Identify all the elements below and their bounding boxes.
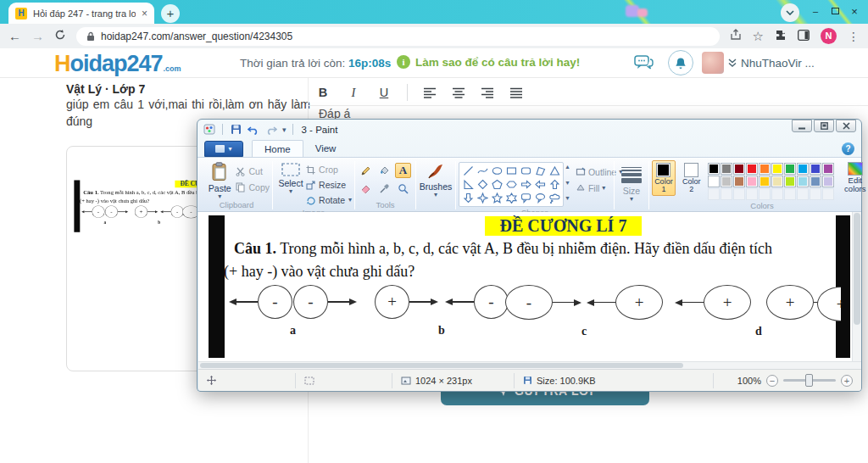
palette-swatch[interactable] [797,163,809,175]
redo-icon[interactable] [264,123,278,136]
align-justify-icon[interactable] [509,87,523,98]
shapes-expand[interactable]: ▼ [565,195,570,201]
palette-swatch[interactable] [759,176,771,187]
user-menu[interactable]: NhuThaoVir ... [702,52,815,74]
palette-empty-slot[interactable] [733,188,745,200]
palette-swatch[interactable] [771,176,783,187]
palette-swatch[interactable] [708,163,720,175]
bold-button[interactable]: B [315,86,331,99]
refresh-icon[interactable] [54,29,66,43]
palette-swatch[interactable] [733,176,745,187]
palette-swatch[interactable] [721,176,732,187]
messages-icon[interactable] [634,54,654,75]
palette-swatch[interactable] [708,176,720,187]
shape-rounded-callout-icon[interactable] [519,192,532,204]
palette-swatch[interactable] [759,163,771,175]
palette-empty-slot[interactable] [708,188,720,200]
shape-four-point-star-icon[interactable] [476,192,489,204]
zoom-in-button[interactable]: + [841,375,853,387]
shape-up-arrow-icon[interactable] [548,178,561,191]
color-picker-tool[interactable] [376,181,392,196]
window-close-button[interactable]: × [846,5,863,19]
shape-diamond-icon[interactable] [476,178,489,191]
text-tool[interactable]: A [395,163,411,178]
palette-empty-slot[interactable] [797,188,809,200]
scrollbar-thumb[interactable] [200,363,683,368]
palette-empty-slot[interactable] [721,188,732,200]
eraser-tool[interactable] [358,181,374,196]
palette-swatch[interactable] [784,163,796,175]
palette-swatch[interactable] [797,176,809,187]
fill-tool[interactable] [376,163,392,178]
color2-button[interactable]: Color 2 [680,160,704,196]
palette-empty-slot[interactable] [771,188,783,200]
back-icon[interactable]: ← [8,29,21,43]
zoom-slider[interactable] [783,379,836,382]
question-subject[interactable]: Vật Lý · Lớp 7 [66,82,145,96]
new-tab-button[interactable]: + [161,4,180,23]
bookmark-star-icon[interactable]: ☆ [753,29,764,44]
browser-menu-icon[interactable]: ⋮ [848,30,860,43]
shape-cloud-callout-icon[interactable] [548,192,561,204]
help-button[interactable]: ? [842,142,854,155]
shape-polygon-icon[interactable] [533,165,547,177]
copy-button[interactable]: Copy [236,181,270,194]
shape-rectangle-icon[interactable] [504,165,518,177]
palette-swatch[interactable] [822,163,834,175]
shapes-scroll-down[interactable]: ▼ [565,180,570,186]
paint-maximize-button[interactable] [814,120,834,132]
palette-empty-slot[interactable] [759,188,771,200]
tab-home[interactable]: Home [252,140,303,157]
undo-icon[interactable] [247,123,260,136]
vertical-scrollbar[interactable] [852,212,861,361]
paint-canvas[interactable]: ĐỀ CƯƠNG LÍ 7 Câu 1. Trong mỗi hình a, b… [198,212,861,361]
palette-swatch[interactable] [810,163,821,175]
zoom-out-button[interactable]: − [766,375,778,387]
tab-view[interactable]: View [303,140,348,157]
magnifier-tool[interactable] [395,181,411,196]
side-panel-icon[interactable] [798,29,810,44]
palette-empty-slot[interactable] [784,188,796,200]
zoom-slider-thumb[interactable] [805,374,813,387]
palette-empty-slot[interactable] [810,188,821,200]
shape-six-point-star-icon[interactable] [504,192,518,204]
horizontal-scrollbar[interactable] [198,361,861,369]
crop-button[interactable]: Crop [306,163,352,176]
paint-window[interactable]: ▾ 3 - Paint ▾ Home View ? [197,119,862,392]
paint-close-button[interactable] [836,120,856,132]
palette-swatch[interactable] [810,176,821,187]
palette-swatch[interactable] [771,163,783,175]
extensions-puzzle-icon[interactable] [775,29,787,44]
shape-rounded-rectangle-icon[interactable] [519,165,532,177]
palette-swatch[interactable] [822,176,834,187]
shape-five-point-star-icon[interactable] [490,192,504,204]
save-icon[interactable] [229,123,242,136]
palette-swatch[interactable] [746,176,758,187]
scrollbar-thumb[interactable] [854,213,860,325]
qat-customize-icon[interactable]: ▾ [282,127,287,132]
paste-button[interactable]: Paste ▾ [203,160,236,199]
size-button[interactable]: Size ▾ [617,160,646,202]
notifications-bell-button[interactable] [668,50,693,75]
tip-banner[interactable]: i Làm sao để có câu trả lời hay! [397,55,580,69]
palette-swatch[interactable] [721,163,732,175]
forward-icon[interactable]: → [31,29,44,43]
rotate-button[interactable]: Rotate ▾ [306,193,352,207]
palette-swatch[interactable] [784,176,796,187]
tab-overflow-chevron-icon[interactable] [781,3,799,22]
shape-hexagon-icon[interactable] [504,178,518,191]
italic-button[interactable]: I [346,86,361,100]
shape-triangle-icon[interactable] [548,165,561,177]
paint-title-bar[interactable]: ▾ 3 - Paint [198,120,861,139]
paint-minimize-button[interactable] [792,120,812,132]
share-icon[interactable] [730,29,742,44]
palette-empty-slot[interactable] [746,188,758,200]
palette-swatch[interactable] [746,163,758,175]
align-right-icon[interactable] [481,87,494,98]
site-logo[interactable]: Hoidap247.com [54,51,181,77]
palette-empty-slot[interactable] [822,188,834,200]
shape-line-icon[interactable] [461,165,475,177]
underline-button[interactable]: U [376,86,392,99]
pencil-tool[interactable] [358,163,374,178]
select-button[interactable]: Select ▾ [275,160,306,194]
